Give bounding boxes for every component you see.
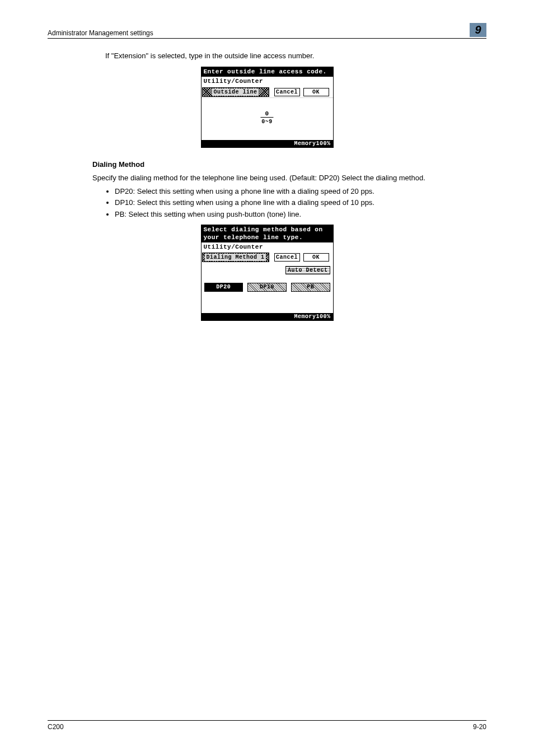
- footer-model: C200: [48, 723, 64, 731]
- list-item: DP20: Select this setting when using a p…: [115, 186, 486, 197]
- bullet-list: DP20: Select this setting when using a p…: [92, 186, 486, 220]
- header-title: Administrator Management settings: [48, 29, 153, 37]
- entry-value[interactable]: 0: [260, 110, 273, 118]
- lcd2-options-area: Auto Detect DP20 DP10 PB: [202, 263, 333, 313]
- option-dp20[interactable]: DP20: [204, 283, 243, 292]
- lcd1-instruction: Enter outside line access code.: [202, 67, 333, 77]
- lcd1-tab[interactable]: Outside line: [202, 87, 269, 97]
- lcd1-memory: Memory100%: [202, 140, 333, 147]
- lcd2-tab[interactable]: Dialing Method 1: [202, 253, 269, 262]
- lcd1-menu-path: Utility/Counter: [202, 77, 333, 86]
- lcd2-memory: Memory100%: [202, 313, 333, 320]
- lcd2-menu-path: Utility/Counter: [202, 242, 333, 252]
- section-description: Specify the dialing method for the telep…: [92, 173, 486, 183]
- entry-range: 0~9: [260, 119, 273, 125]
- page-header: Administrator Management settings 9: [48, 25, 486, 39]
- lcd1-entry-area: 0 0~9: [202, 97, 333, 140]
- lcd-panel-outside-line: Enter outside line access code. Utility/…: [201, 67, 334, 147]
- chapter-number: 9: [470, 23, 486, 37]
- lcd2-instruction: Select dialing method based on your tele…: [202, 225, 333, 242]
- ok-button[interactable]: OK: [303, 253, 329, 262]
- page-footer: C200 9-20: [48, 720, 486, 731]
- ok-button[interactable]: OK: [303, 88, 329, 96]
- auto-detect-button[interactable]: Auto Detect: [285, 266, 330, 274]
- list-item: DP10: Select this setting when using a p…: [115, 198, 486, 208]
- cancel-button[interactable]: Cancel: [274, 253, 300, 262]
- lcd-panel-dialing-method: Select dialing method based on your tele…: [201, 225, 334, 321]
- option-dp10[interactable]: DP10: [247, 283, 287, 292]
- lcd2-tab-row: Dialing Method 1 Cancel OK: [202, 252, 333, 263]
- cancel-button[interactable]: Cancel: [274, 88, 300, 96]
- lcd1-tab-row: Outside line Cancel OK: [202, 87, 333, 97]
- option-pb[interactable]: PB: [291, 283, 330, 292]
- list-item: PB: Select this setting when using push-…: [115, 209, 486, 220]
- section-heading: Dialing Method: [92, 160, 486, 169]
- intro-paragraph: If "Extension" is selected, type in the …: [105, 51, 486, 61]
- footer-page-number: 9-20: [473, 723, 486, 731]
